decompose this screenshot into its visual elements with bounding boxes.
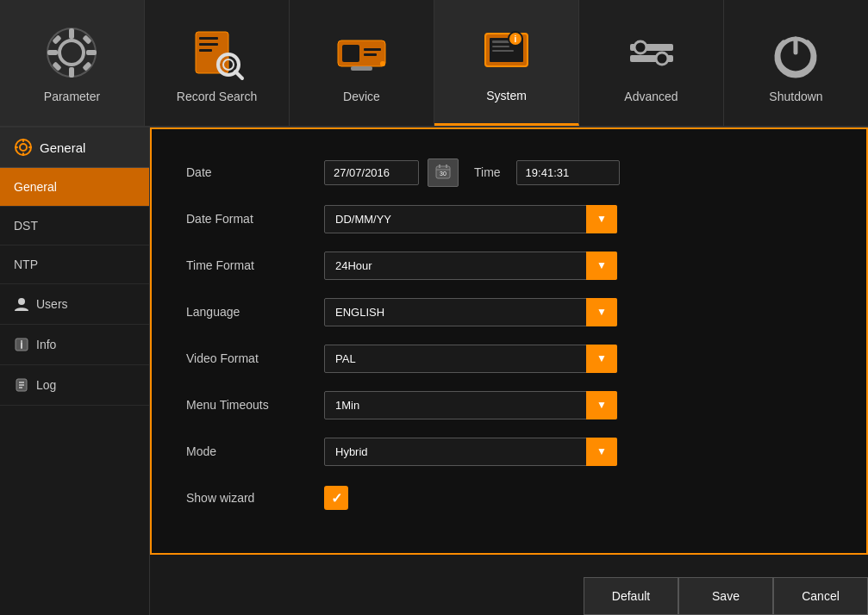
nav-label-shutdown: Shutdown [769,90,822,103]
nav-item-system[interactable]: i System [434,0,579,126]
sidebar-dst-label: DST [14,219,38,233]
main-area: General General DST NTP Users Info [0,127,868,615]
shutdown-icon [766,22,827,83]
nav-item-advanced[interactable]: Advanced [579,0,724,126]
svg-text:i: i [515,34,517,44]
video-format-row: Video Format PAL NTSC [186,341,832,376]
nav-label-parameter: Parameter [44,90,100,103]
top-navigation: Parameter Record Search [0,0,868,127]
nav-item-shutdown[interactable]: Shutdown [724,0,868,126]
sidebar-item-dst[interactable]: DST [0,207,149,245]
sidebar-header: General [0,127,149,168]
sidebar-item-info[interactable]: Info [0,325,149,365]
time-label-inline: Time [474,165,501,179]
sidebar-general-label: General [14,180,57,194]
date-format-select[interactable]: DD/MM/YY MM/DD/YY YY/MM/DD [324,205,617,233]
menu-timeouts-select[interactable]: 1Min 2Min 5Min 10Min Never [324,391,617,419]
svg-rect-41 [28,146,32,148]
cancel-button[interactable]: Cancel [773,577,868,615]
date-format-dropdown[interactable]: DD/MM/YY MM/DD/YY YY/MM/DD [324,205,617,233]
sidebar-info-label: Info [36,338,56,351]
svg-point-33 [656,53,668,65]
user-icon [14,296,29,312]
svg-rect-5 [86,50,97,55]
sidebar-item-ntp[interactable]: NTP [0,245,149,284]
svg-rect-13 [199,49,212,52]
svg-rect-19 [364,48,381,51]
date-label: Date [186,165,324,179]
nav-item-parameter[interactable]: Parameter [0,0,145,126]
svg-rect-39 [22,152,24,156]
show-wizard-checkbox[interactable] [324,486,348,510]
svg-rect-18 [342,45,359,62]
svg-rect-11 [199,37,218,40]
svg-rect-4 [47,50,58,55]
mode-label: Mode [186,444,324,458]
language-select[interactable]: ENGLISH CHINESE FRENCH GERMAN SPANISH [324,298,617,326]
svg-point-21 [380,61,385,66]
sidebar-ntp-label: NTP [14,258,38,271]
device-icon [332,22,392,83]
menu-timeouts-label: Menu Timeouts [186,398,324,412]
gear-icon [14,138,33,157]
sidebar-item-log[interactable]: Log [0,365,149,406]
time-format-select[interactable]: 24Hour 12Hour [324,252,617,280]
mode-select[interactable]: Hybrid Analog IP [324,438,617,466]
mode-dropdown[interactable]: Hybrid Analog IP [324,438,617,466]
sidebar-users-label: Users [36,297,68,311]
mode-row: Mode Hybrid Analog IP [186,434,832,469]
svg-rect-20 [364,53,377,56]
video-format-select[interactable]: PAL NTSC [324,345,617,373]
time-input[interactable] [516,160,620,185]
svg-rect-3 [69,67,74,78]
show-wizard-row: Show wizard [186,481,832,515]
nav-label-device: Device [343,90,380,103]
time-format-dropdown[interactable]: 24Hour 12Hour [324,252,617,280]
svg-point-36 [20,144,27,151]
video-format-dropdown[interactable]: PAL NTSC [324,345,617,373]
calendar-button[interactable]: 30 [428,158,459,187]
footer-buttons: Default Save Cancel [584,577,868,615]
nav-label-record-search: Record Search [177,90,257,103]
parameter-icon [42,22,103,83]
date-time-group: 30 Time [324,158,620,187]
nav-label-system: System [486,89,527,102]
save-button[interactable]: Save [678,577,773,615]
video-format-label: Video Format [186,351,324,365]
system-icon: i [477,22,537,82]
menu-timeouts-row: Menu Timeouts 1Min 2Min 5Min 10Min Never [186,388,832,422]
date-input[interactable] [324,160,419,185]
sidebar-item-users[interactable]: Users [0,284,149,325]
time-format-label: Time Format [186,258,324,272]
svg-line-15 [235,71,242,78]
date-format-label: Date Format [186,212,324,226]
show-wizard-label: Show wizard [186,491,324,505]
calendar-icon: 30 [435,164,451,179]
svg-rect-40 [15,146,18,148]
language-label: Language [186,305,324,319]
sidebar-item-general[interactable]: General [0,168,149,207]
nav-item-device[interactable]: Device [290,0,434,126]
svg-point-45 [21,340,22,342]
date-format-row: Date Format DD/MM/YY MM/DD/YY YY/MM/DD [186,202,832,236]
nav-item-record-search[interactable]: Record Search [145,0,290,126]
menu-timeouts-dropdown[interactable]: 1Min 2Min 5Min 10Min Never [324,391,617,419]
svg-point-32 [634,41,646,53]
show-wizard-checkbox-container [324,486,348,510]
svg-rect-26 [492,46,509,47]
advanced-icon [621,22,682,83]
sidebar: General General DST NTP Users Info [0,127,150,615]
log-icon [14,377,29,393]
time-format-row: Time Format 24Hour 12Hour [186,248,832,283]
nav-label-advanced: Advanced [624,90,678,103]
content-wrapper: Date 30 Time [150,127,868,615]
language-dropdown[interactable]: ENGLISH CHINESE FRENCH GERMAN SPANISH [324,298,617,326]
language-row: Language ENGLISH CHINESE FRENCH GERMAN S… [186,295,832,329]
info-icon [14,337,29,352]
date-time-row: Date 30 Time [186,155,832,189]
default-button[interactable]: Default [584,577,678,615]
sidebar-log-label: Log [36,378,56,392]
content-panel: Date 30 Time [150,127,868,555]
svg-rect-2 [69,28,74,39]
svg-rect-12 [199,43,218,46]
